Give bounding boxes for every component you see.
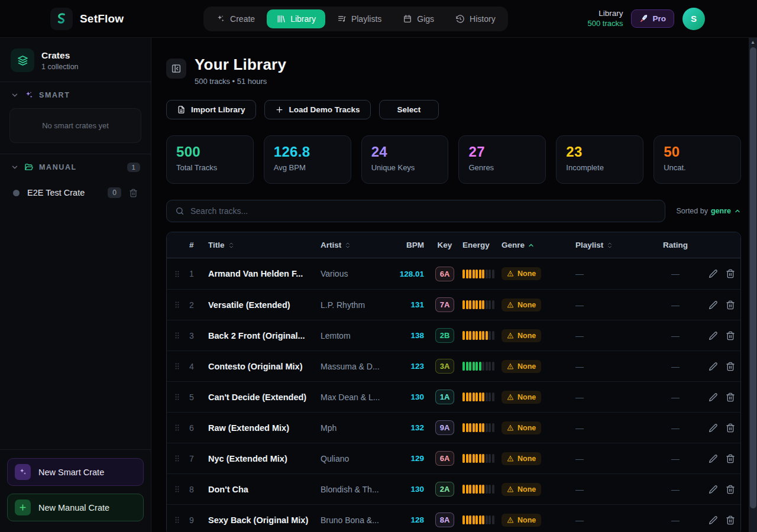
user-avatar[interactable]: S: [682, 8, 705, 30]
search-box[interactable]: [166, 200, 665, 222]
sort-icon: [228, 242, 235, 249]
table-row[interactable]: 5 Can't Decide (Extended) Max Dean & L..…: [167, 381, 740, 412]
key-badge: 2A: [435, 482, 455, 497]
drag-handle-icon[interactable]: [173, 300, 182, 309]
nav-tab-library[interactable]: Library: [267, 9, 325, 28]
col-header-artist[interactable]: Artist: [321, 241, 397, 249]
library-icon: [276, 14, 286, 24]
edit-icon[interactable]: [709, 269, 718, 278]
track-playlist: —: [572, 454, 643, 463]
col-header-rating[interactable]: Rating: [643, 241, 708, 249]
trash-icon[interactable]: [129, 189, 138, 197]
drag-handle-icon[interactable]: [173, 515, 182, 524]
drag-handle-icon[interactable]: [173, 423, 182, 432]
crate-item-e2e-test[interactable]: E2E Test Crate 0: [6, 183, 145, 203]
genre-badge[interactable]: None: [502, 483, 541, 496]
table-row[interactable]: 4 Contesto (Original Mix) Massuma & D...…: [167, 351, 740, 381]
genre-badge[interactable]: None: [502, 421, 541, 434]
nav-tab-create[interactable]: Create: [206, 9, 264, 28]
sidebar-title: Crates: [41, 50, 79, 61]
track-bpm: 128: [397, 515, 427, 524]
trash-icon[interactable]: [726, 269, 735, 278]
edit-icon[interactable]: [709, 300, 718, 310]
col-header-bpm[interactable]: BPM: [397, 241, 427, 249]
row-actions: [708, 423, 739, 433]
trash-icon[interactable]: [726, 485, 735, 494]
trash-icon[interactable]: [726, 515, 735, 525]
edit-icon[interactable]: [709, 362, 718, 371]
genre-badge[interactable]: None: [502, 267, 541, 280]
trash-icon[interactable]: [726, 300, 735, 310]
drag-handle-icon[interactable]: [173, 392, 182, 401]
new-smart-crate-button[interactable]: New Smart Crate: [7, 458, 144, 486]
drag-handle-icon[interactable]: [173, 485, 182, 494]
manual-section-header[interactable]: MANUAL 1: [0, 154, 151, 177]
col-header-playlist[interactable]: Playlist: [572, 241, 643, 249]
edit-icon[interactable]: [709, 515, 718, 525]
col-header-key[interactable]: Key: [427, 241, 462, 249]
nav-tab-history[interactable]: History: [446, 9, 505, 28]
trash-icon[interactable]: [726, 454, 735, 463]
edit-icon[interactable]: [709, 454, 718, 463]
track-artist: Blondish & Th...: [321, 485, 397, 494]
import-library-button[interactable]: Import Library: [166, 100, 256, 119]
search-input[interactable]: [190, 206, 656, 216]
track-playlist: —: [572, 331, 643, 340]
drag-handle-icon[interactable]: [173, 362, 182, 371]
edit-icon[interactable]: [709, 485, 718, 494]
col-header-energy[interactable]: Energy: [462, 241, 498, 249]
trash-icon[interactable]: [726, 423, 735, 433]
crate-dot-icon: [13, 190, 20, 196]
scrollbar-thumb[interactable]: [750, 47, 756, 508]
table-row[interactable]: 8 Don't Cha Blondish & Th... 130 2A None…: [167, 473, 740, 504]
genre-badge[interactable]: None: [502, 391, 541, 404]
genre-badge[interactable]: None: [502, 329, 541, 342]
crate-name: E2E Test Crate: [27, 188, 100, 197]
trash-icon[interactable]: [726, 392, 735, 402]
track-artist: L.P. Rhythm: [321, 300, 397, 310]
genre-badge[interactable]: None: [502, 514, 541, 527]
scroll-up-arrow[interactable]: ▲: [749, 38, 757, 47]
page-title: Your Library: [195, 56, 286, 74]
smart-empty-state: No smart crates yet: [9, 108, 141, 143]
new-manual-crate-button[interactable]: New Manual Crate: [7, 494, 144, 521]
trash-icon[interactable]: [726, 362, 735, 371]
warning-icon: [507, 270, 514, 277]
load-demo-tracks-button[interactable]: Load Demo Tracks: [264, 100, 371, 119]
layers-icon: [11, 48, 34, 72]
drag-handle-icon[interactable]: [173, 331, 182, 340]
table-row[interactable]: 6 Raw (Extended Mix) Mph 132 9A None — —: [167, 412, 740, 443]
sort-control[interactable]: Sorted by genre: [676, 207, 741, 215]
edit-icon[interactable]: [709, 423, 718, 433]
smart-section-header[interactable]: SMART: [0, 82, 151, 105]
pro-badge[interactable]: Pro: [631, 9, 674, 28]
warning-icon: [507, 332, 514, 339]
nav-tab-playlists[interactable]: Playlists: [328, 9, 391, 28]
table-row[interactable]: 3 Back 2 Front (Original... Lemtom 138 2…: [167, 320, 740, 351]
track-title: Versatile (Extended): [208, 300, 321, 310]
vertical-scrollbar[interactable]: ▲: [749, 38, 757, 532]
crate-count-badge: 0: [108, 187, 121, 198]
track-rating: —: [643, 515, 708, 525]
drag-handle-icon[interactable]: [173, 270, 182, 278]
sidebar-toggle-button[interactable]: [166, 59, 186, 79]
nav-tab-gigs[interactable]: Gigs: [393, 9, 444, 28]
edit-icon[interactable]: [709, 392, 718, 402]
table-row[interactable]: 2 Versatile (Extended) L.P. Rhythm 131 7…: [167, 289, 740, 320]
drag-handle-icon[interactable]: [173, 454, 182, 463]
genre-badge[interactable]: None: [502, 299, 541, 312]
edit-icon[interactable]: [709, 331, 718, 340]
col-header-genre[interactable]: Genre: [498, 241, 572, 249]
row-actions: [708, 331, 739, 340]
table-row[interactable]: 7 Nyc (Extended Mix) Quliano 129 6A None…: [167, 443, 740, 473]
genre-badge[interactable]: None: [502, 360, 541, 373]
trash-icon[interactable]: [726, 331, 735, 340]
col-header-title[interactable]: Title: [208, 241, 321, 249]
warning-icon: [507, 455, 514, 462]
table-row[interactable]: 9 Sexy Back (Original Mix) Bruno Bona &.…: [167, 504, 740, 532]
table-row[interactable]: 1 Armand Van Helden F... Various 128.01 …: [167, 258, 740, 289]
energy-meter: [462, 423, 498, 432]
crates-header: Crates 1 collection: [0, 46, 151, 82]
genre-badge[interactable]: None: [502, 452, 541, 465]
select-button[interactable]: Select: [379, 100, 439, 119]
